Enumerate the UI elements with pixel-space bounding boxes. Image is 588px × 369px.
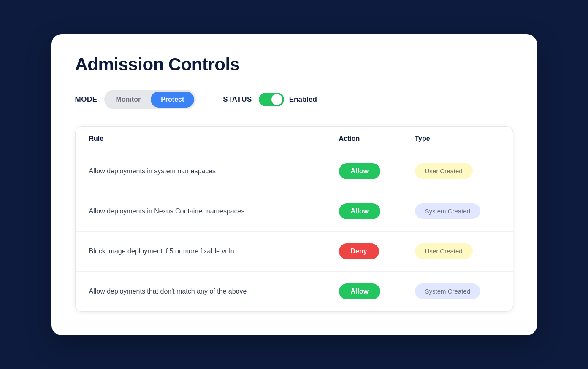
page-title: Admission Controls: [75, 54, 513, 75]
action-cell: Allow: [339, 203, 415, 219]
action-cell: Allow: [339, 283, 415, 299]
type-cell: System Created: [415, 203, 499, 219]
status-toggle-wrapper: Enabled: [259, 93, 317, 106]
status-control-group: STATUS Enabled: [223, 93, 317, 106]
table-header: Rule Action Type: [76, 127, 513, 151]
table-row: Allow deployments in system namespaces A…: [76, 151, 513, 191]
table-row: Allow deployments in Nexus Container nam…: [76, 191, 513, 232]
status-toggle[interactable]: [259, 93, 284, 106]
action-badge-deny[interactable]: Deny: [339, 243, 379, 259]
table-row: Block image deployment if 5 or more fixa…: [76, 232, 513, 272]
rule-text: Block image deployment if 5 or more fixa…: [89, 248, 339, 255]
action-badge-allow[interactable]: Allow: [339, 163, 381, 179]
table-row: Allow deployments that don't match any o…: [76, 272, 513, 311]
action-badge-allow[interactable]: Allow: [339, 203, 381, 219]
status-text: Enabled: [289, 95, 317, 104]
mode-control-group: MODE Monitor Protect: [75, 90, 196, 109]
rule-text: Allow deployments in Nexus Container nam…: [89, 207, 339, 215]
mode-protect-button[interactable]: Protect: [151, 92, 194, 108]
mode-monitor-button[interactable]: Monitor: [106, 92, 151, 108]
header-type: Type: [415, 135, 499, 143]
main-card: Admission Controls MODE Monitor Protect …: [51, 34, 537, 335]
type-cell: User Created: [415, 163, 499, 179]
rule-text: Allow deployments that don't match any o…: [89, 288, 339, 295]
mode-toggle[interactable]: Monitor Protect: [104, 90, 196, 109]
header-action: Action: [339, 135, 415, 143]
mode-label: MODE: [75, 95, 98, 104]
controls-row: MODE Monitor Protect STATUS Enabled: [75, 90, 513, 109]
type-badge: User Created: [415, 163, 473, 179]
type-badge: System Created: [415, 203, 481, 219]
action-badge-allow[interactable]: Allow: [339, 283, 381, 299]
toggle-thumb: [271, 94, 282, 105]
action-cell: Allow: [339, 163, 415, 179]
type-badge: User Created: [415, 243, 473, 259]
header-rule: Rule: [89, 135, 339, 143]
type-badge: System Created: [415, 283, 481, 299]
action-cell: Deny: [339, 243, 415, 259]
type-cell: User Created: [415, 243, 499, 259]
rules-table: Rule Action Type Allow deployments in sy…: [75, 126, 513, 312]
type-cell: System Created: [415, 283, 499, 299]
rule-text: Allow deployments in system namespaces: [89, 167, 339, 175]
status-label: STATUS: [223, 95, 252, 104]
